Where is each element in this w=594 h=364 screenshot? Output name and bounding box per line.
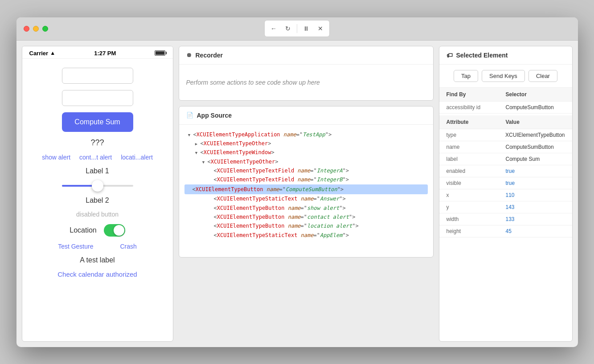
attr-visible-key: visible (447, 180, 506, 186)
main-content: Carrier ▲ 1:27 PM Compute Sum ??? show a… (16, 41, 578, 347)
attr-visible-value: true (506, 180, 565, 186)
attribute-section-header: Attribute Value (439, 115, 572, 129)
selected-element-title: Selected Element (456, 52, 508, 59)
disabled-button: disabled button (76, 211, 119, 218)
slider-track[interactable] (62, 185, 133, 187)
location-toggle[interactable] (104, 224, 125, 237)
tag-icon: 🏷 (447, 52, 453, 59)
gesture-crash-row: Test Gesture Crash (58, 243, 137, 250)
toolbar-separator (297, 24, 297, 33)
app-source-section: 📄 App Source ▼ <XCUIElementTypeApplicati… (179, 106, 434, 258)
tree-line-7[interactable]: <XCUIElementTypeButton name="ComputeSumB… (184, 184, 428, 194)
close-session-button[interactable]: ✕ (314, 22, 327, 35)
pause-button[interactable]: ⏸ (300, 22, 312, 35)
attribute-header: Attribute (447, 119, 506, 125)
refresh-button[interactable]: ↻ (282, 22, 294, 35)
recorder-title: Recorder (196, 52, 223, 59)
main-window: ← ↻ ⏸ ✕ Carrier ▲ 1:27 PM (16, 17, 578, 347)
clear-button[interactable]: Clear (528, 70, 557, 82)
attr-width-value: 133 (506, 216, 565, 222)
tree-line-10[interactable]: <XCUIElementTypeButton name="contact ale… (186, 213, 426, 221)
wifi-icon: ▲ (50, 50, 55, 56)
app-source-tree: ▼ <XCUIElementTypeApplication name="Test… (179, 125, 433, 245)
alert-links-row: show alert cont...t alert locati...alert (31, 154, 164, 161)
send-keys-button[interactable]: Send Keys (482, 70, 525, 82)
tree-toggle-4[interactable]: ▼ (201, 159, 207, 165)
tree-line-12[interactable]: <XCUIElementTypeStaticText name="AppElem… (186, 231, 426, 240)
app-source-icon: 📄 (186, 112, 193, 119)
toggle-knob (114, 225, 124, 236)
carrier-label: Carrier (29, 50, 49, 57)
tree-line-11[interactable]: <XCUIElementTypeButton name="location al… (186, 221, 426, 230)
attr-height: height 45 (439, 225, 572, 237)
attr-label-value: Compute Sum (506, 156, 565, 162)
recorder-icon: ⏺ (186, 52, 192, 58)
tree-toggle-3[interactable]: ▼ (193, 150, 200, 156)
tree-toggle-1[interactable]: ▼ (186, 132, 193, 138)
compute-sum-button[interactable]: Compute Sum (62, 112, 133, 132)
contact-alert-link[interactable]: cont...t alert (79, 154, 112, 161)
tree-line-4[interactable]: ▼ <XCUIElementTypeOther> (186, 157, 426, 166)
attr-visible: visible true (439, 177, 572, 189)
attr-label: label Compute Sum (439, 153, 572, 165)
find-by-row: accessibility id ComputeSumButton (439, 102, 572, 114)
tree-toggle-2[interactable]: ▶ (193, 141, 200, 147)
label1: Label 1 (86, 167, 109, 175)
slider-thumb[interactable] (92, 180, 103, 192)
recorder-section: ⏺ Recorder Perform some actions to see c… (179, 46, 434, 101)
location-row: Location (31, 224, 164, 237)
selector-header: Selector (506, 91, 565, 98)
label1-row: Label 1 (31, 167, 164, 175)
action-buttons-row: Tap Send Keys Clear (439, 65, 572, 88)
app-source-title: App Source (197, 112, 232, 119)
close-button[interactable] (24, 26, 29, 32)
properties-table: Find By Selector accessibility id Comput… (439, 88, 572, 341)
attr-enabled-key: enabled (447, 168, 506, 174)
label2: Label 2 (86, 196, 109, 204)
tree-line-2[interactable]: ▶ <XCUIElementTypeOther> (186, 139, 426, 148)
recorder-header: ⏺ Recorder (179, 46, 433, 65)
attr-name-value: ComputeSumButton (506, 144, 565, 150)
attr-width-key: width (447, 216, 506, 222)
crash-link[interactable]: Crash (120, 243, 137, 250)
tree-line-8[interactable]: <XCUIElementTypeStaticText name="Answer"… (186, 194, 426, 203)
attr-type-key: type (447, 132, 506, 138)
attr-label-key: label (447, 156, 506, 162)
attr-name-key: name (447, 144, 506, 150)
tap-button[interactable]: Tap (454, 70, 478, 82)
test-label-row: A test label (31, 256, 164, 264)
traffic-lights (24, 26, 48, 32)
ios-content: Compute Sum ??? show alert cont...t aler… (22, 59, 173, 341)
value-header: Value (506, 119, 565, 125)
selected-element-panel: 🏷 Selected Element Tap Send Keys Clear F… (439, 46, 573, 342)
attr-height-key: height (447, 228, 506, 234)
label2-row: Label 2 (31, 196, 164, 204)
selector-value: ComputeSumButton (506, 104, 565, 110)
find-by-section-header: Find By Selector (439, 88, 572, 102)
tree-line-9[interactable]: <XCUIElementTypeButton name="show alert"… (186, 204, 426, 213)
minimize-button[interactable] (33, 26, 39, 32)
ios-statusbar: Carrier ▲ 1:27 PM (22, 46, 173, 59)
tree-line-5[interactable]: <XCUIElementTypeTextField name="IntegerA… (186, 166, 426, 175)
tree-line-1[interactable]: ▼ <XCUIElementTypeApplication name="Test… (186, 130, 426, 139)
location-alert-link[interactable]: locati...alert (121, 154, 153, 161)
back-button[interactable]: ← (267, 22, 280, 35)
tree-line-6[interactable]: <XCUIElementTypeTextField name="IntegerB… (186, 175, 426, 184)
attr-type-value: XCUIElementTypeButton (505, 132, 565, 138)
integer-b-input[interactable] (62, 90, 133, 106)
middle-panel: ⏺ Recorder Perform some actions to see c… (179, 46, 434, 342)
attr-enabled: enabled true (439, 165, 572, 177)
app-source-header: 📄 App Source (179, 106, 433, 125)
recorder-placeholder: Perform some actions to see code show up… (186, 79, 320, 86)
test-label: A test label (80, 256, 115, 264)
integer-a-input[interactable] (62, 68, 133, 84)
tree-line-3[interactable]: ▼ <XCUIElementTypeWindow> (186, 148, 426, 157)
carrier-info: Carrier ▲ (29, 50, 56, 57)
show-alert-link[interactable]: show alert (42, 154, 70, 161)
attr-name: name ComputeSumButton (439, 141, 572, 153)
location-label: Location (70, 226, 97, 234)
calendar-link[interactable]: Check calendar authorized (57, 270, 137, 278)
test-gesture-link[interactable]: Test Gesture (58, 243, 93, 250)
attr-type: type XCUIElementTypeButton (439, 129, 572, 141)
maximize-button[interactable] (42, 26, 48, 32)
